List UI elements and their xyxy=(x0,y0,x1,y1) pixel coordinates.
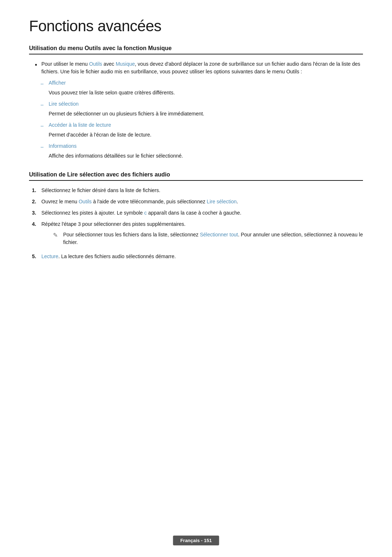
acceder-link[interactable]: Accéder à la liste de lecture xyxy=(49,122,111,128)
ordered-item-1: 1. Sélectionnez le fichier désiré dans l… xyxy=(29,187,363,194)
ordered-num-4: 4. xyxy=(32,220,41,228)
afficher-link[interactable]: Afficher xyxy=(49,80,66,86)
item5-text-after: . La lecture des fichiers audio sélectio… xyxy=(58,253,176,259)
ordered-text-3: Sélectionnez les pistes à ajouter. Le sy… xyxy=(41,209,363,217)
ordered-item-2: 2. Ouvrez le menu Outils à l'aide de vot… xyxy=(29,198,363,206)
section2-ordered-list: 1. Sélectionnez le fichier désiré dans l… xyxy=(29,187,363,260)
sub-item-acceder-header: – Accéder à la liste de lecture xyxy=(41,122,363,130)
sub-dash-3: – xyxy=(41,122,49,130)
note-icon: ✎ xyxy=(53,231,63,240)
lecture-link[interactable]: Lecture xyxy=(41,253,58,259)
sub-item-list: – Afficher Vous pouvez trier la liste se… xyxy=(41,80,363,160)
outils-link-2[interactable]: Outils xyxy=(79,199,92,204)
sub-item-informations-header: – Informations xyxy=(41,143,363,151)
note-item: ✎ Pour sélectionner tous les fichiers da… xyxy=(53,231,363,246)
acceder-desc: Permet d'accéder à l'écran de liste de l… xyxy=(41,131,363,139)
ordered-item-5: 5. Lecture. La lecture des fichiers audi… xyxy=(29,253,363,260)
item4-main-text: Répétez l'étape 3 pour sélectionner des … xyxy=(41,221,185,227)
ordered-num-5: 5. xyxy=(32,253,41,260)
ordered-num-1: 1. xyxy=(32,187,41,194)
informations-desc: Affiche des informations détaillées sur … xyxy=(41,152,363,160)
sub-dash-2: – xyxy=(41,101,49,109)
musique-link[interactable]: Musique xyxy=(116,61,135,67)
section2: Utilisation de Lire sélection avec des f… xyxy=(29,171,363,260)
ordered-item-4: 4. Répétez l'étape 3 pour sélectionner d… xyxy=(29,220,363,249)
section1-bullet-item: • Pour utiliser le menu Outils avec Musi… xyxy=(29,60,363,76)
page-title: Fonctions avancées xyxy=(29,17,363,35)
ordered-text-1: Sélectionnez le fichier désiré dans la l… xyxy=(41,187,363,194)
outils-link-1[interactable]: Outils xyxy=(89,61,102,67)
section1-heading: Utilisation du menu Outils avec la fonct… xyxy=(29,45,363,54)
text-end-2: . xyxy=(237,199,238,204)
informations-link[interactable]: Informations xyxy=(49,143,77,149)
text-after-c: apparaît dans la case à cocher à gauche. xyxy=(147,210,241,216)
ordered-item-3: 3. Sélectionnez les pistes à ajouter. Le… xyxy=(29,209,363,217)
lire-selection-link-2[interactable]: Lire sélection xyxy=(207,199,237,204)
sub-item-afficher: – Afficher Vous pouvez trier la liste se… xyxy=(41,80,363,97)
section1-bullet-text: Pour utiliser le menu Outils avec Musiqu… xyxy=(41,60,363,76)
text-before-musique: avec xyxy=(102,61,115,67)
sub-dash-4: – xyxy=(41,143,49,151)
note-text-before: Pour sélectionner tous les fichiers dans… xyxy=(63,232,200,237)
text-middle-2: à l'aide de votre télécommande, puis sél… xyxy=(92,199,207,204)
afficher-desc: Vous pouvez trier la liste selon quatre … xyxy=(41,89,363,97)
section1-bullet-list: • Pour utiliser le menu Outils avec Musi… xyxy=(29,60,363,76)
ordered-text-5: Lecture. La lecture des fichiers audio s… xyxy=(41,253,363,260)
sub-item-lire-header: – Lire sélection xyxy=(41,101,363,109)
text-before-outils-2: Ouvrez le menu xyxy=(41,199,79,204)
section2-heading: Utilisation de Lire sélection avec des f… xyxy=(29,171,363,181)
ordered-text-4: Répétez l'étape 3 pour sélectionner des … xyxy=(41,220,363,249)
sub-item-acceder: – Accéder à la liste de lecture Permet d… xyxy=(41,122,363,139)
sub-dash-1: – xyxy=(41,80,49,88)
bullet-dot: • xyxy=(35,61,38,70)
note-text: Pour sélectionner tous les fichiers dans… xyxy=(63,231,363,246)
sub-item-afficher-header: – Afficher xyxy=(41,80,363,88)
ordered-num-3: 3. xyxy=(32,209,41,217)
text-before-outils: Pour utiliser le menu xyxy=(41,61,89,67)
ordered-text-2: Ouvrez le menu Outils à l'aide de votre … xyxy=(41,198,363,206)
lire-selection-link-1[interactable]: Lire sélection xyxy=(49,101,79,107)
page-footer: Français - 151 xyxy=(173,536,219,545)
select-all-link[interactable]: Sélectionner tout xyxy=(200,232,238,237)
lire-selection-desc: Permet de sélectionner un ou plusieurs f… xyxy=(41,110,363,118)
ordered-num-2: 2. xyxy=(32,198,41,206)
section1: Utilisation du menu Outils avec la fonct… xyxy=(29,45,363,160)
text-before-c: Sélectionnez les pistes à ajouter. Le sy… xyxy=(41,210,144,216)
sub-item-lire-selection: – Lire sélection Permet de sélectionner … xyxy=(41,101,363,118)
sub-item-informations: – Informations Affiche des informations … xyxy=(41,143,363,160)
